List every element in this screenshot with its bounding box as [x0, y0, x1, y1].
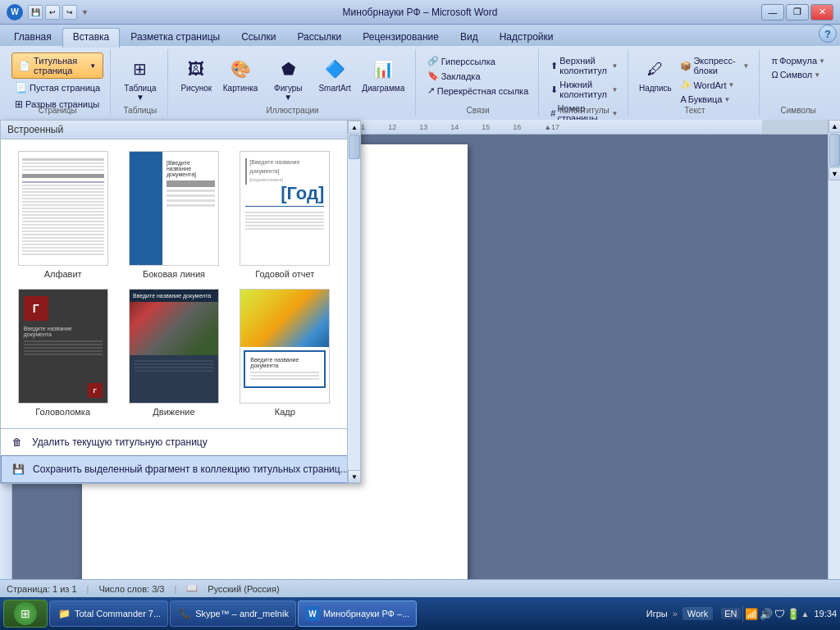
save-quick-btn[interactable]: 💾	[28, 5, 43, 20]
delete-titlepage-item[interactable]: 🗑 Удалить текущую титульную страницу	[1, 429, 360, 455]
textbox-label: Надпись	[639, 84, 672, 93]
bokovaya-content: [Введите названиедокумента]	[167, 160, 215, 209]
scroll-thumb[interactable]	[349, 135, 360, 159]
title-page-button[interactable]: 📄 Титульная страница ▼	[11, 52, 103, 79]
work-label[interactable]: Work	[682, 607, 713, 620]
template-bokovaya[interactable]: [Введите названиедокумента] Боковая лини…	[118, 146, 229, 284]
shapes-button[interactable]: ⬟ Фигуры ▼	[265, 52, 311, 105]
games-label[interactable]: Игры	[646, 609, 668, 619]
tray-volume-icon: 🔊	[760, 608, 773, 620]
scroll-down-btn[interactable]: ▼	[829, 167, 840, 180]
table-button[interactable]: ⊞ Таблица ▼	[119, 52, 161, 105]
formula-button[interactable]: π Формула ▼	[768, 54, 829, 67]
tab-references[interactable]: Ссылки	[231, 28, 286, 46]
pagenumber-arrow: ▼	[612, 110, 619, 117]
ribbon: Главная Вставка Разметка страницы Ссылки…	[0, 25, 840, 121]
template-thumb-dvizhenie: Введите название документа	[129, 289, 219, 404]
textbox-icon: 🖊	[642, 56, 669, 82]
tab-page-layout[interactable]: Разметка страницы	[120, 28, 231, 46]
template-dvizhenie[interactable]: Введите название документа Движение	[118, 284, 229, 422]
textbox-button[interactable]: 🖊 Надпись	[637, 52, 673, 96]
table-label: Таблица ▼	[124, 84, 156, 102]
skype-icon: 📞	[177, 606, 192, 621]
express-blocks-label: Экспресс-блоки	[693, 56, 741, 75]
tray-sep	[742, 605, 743, 622]
wordart-button[interactable]: ✨ WordArt ▼	[677, 78, 752, 92]
start-icon: ⊞	[14, 602, 37, 625]
smartart-button[interactable]: 🔷 SmartArt	[315, 52, 355, 96]
template-alfavit[interactable]: Алфавит	[7, 146, 118, 284]
dropdown-header-label: Встроенный	[7, 124, 63, 135]
start-button[interactable]: ⊞	[3, 600, 48, 628]
bokovaya-line	[167, 204, 215, 207]
chart-label: Диаграмма	[362, 84, 404, 93]
scroll-track[interactable]	[348, 134, 360, 470]
taskbar-skype[interactable]: 📞 Skype™ – andr_melnik	[170, 600, 296, 627]
dropdown-scrollbar[interactable]: ▲ ▼	[347, 121, 360, 483]
template-godovoy-name: Годовой отчет	[255, 269, 314, 279]
ribbon-group-headers: ⬆ Верхний колонтитул ▼ ⬇ Нижний колонтит…	[541, 49, 628, 116]
footer-arrow: ▼	[612, 86, 619, 94]
window-controls: — ❐ ✕	[761, 4, 833, 21]
tab-addins[interactable]: Надстройки	[489, 28, 564, 46]
quick-access-arrow[interactable]: ▼	[81, 8, 89, 16]
time-display: 19:34	[814, 609, 837, 619]
page-info: Страница: 1 из 1	[7, 584, 77, 594]
taskbar-totalcommander[interactable]: 📁 Total Commander 7...	[49, 600, 168, 627]
bokovaya-line	[167, 199, 215, 202]
tab-mailings[interactable]: Рассылки	[286, 28, 352, 46]
express-blocks-button[interactable]: 📦 Экспресс-блоки ▼	[677, 54, 752, 77]
header-button[interactable]: ⬆ Верхний колонтитул ▼	[547, 54, 621, 77]
bookmark-button[interactable]: 🔖 Закладка	[424, 69, 532, 83]
crossref-icon: ↗	[427, 85, 435, 96]
tab-home[interactable]: Главная	[3, 28, 62, 46]
maximize-button[interactable]: ❐	[786, 4, 809, 21]
formula-arrow: ▼	[819, 57, 825, 65]
help-button[interactable]: ?	[819, 25, 837, 43]
scroll-up-arrow[interactable]: ▲	[348, 121, 361, 134]
template-thumb-kadr: Введите названиедокумента	[240, 289, 330, 404]
scroll-down-arrow[interactable]: ▼	[348, 470, 361, 483]
links-group-label: Связи	[466, 106, 489, 115]
ribbon-group-links: 🔗 Гиперссылка 🔖 Закладка ↗ Перекрёстная …	[418, 49, 540, 116]
template-kadr[interactable]: Введите названиедокумента Кадр	[230, 284, 340, 422]
blank-page-button[interactable]: 📃 Пустая страница	[11, 80, 103, 95]
tab-view[interactable]: Вид	[450, 28, 489, 46]
title-page-icon: 📄	[19, 61, 30, 71]
vertical-scrollbar[interactable]: ▲ ▼	[828, 120, 840, 597]
dropdown-menu: 🗑 Удалить текущую титульную страницу 💾 С…	[1, 428, 360, 483]
template-golovolomka[interactable]: Г Введите названиедокумента Г Головоломк…	[7, 284, 118, 422]
template-thumb-godovoy: [Введите названиедокумента][подзаголовок…	[240, 151, 330, 266]
scroll-thumb-v[interactable]	[829, 134, 840, 167]
symbol-button[interactable]: Ω Символ ▼	[768, 68, 829, 81]
ribbon-group-tables: ⊞ Таблица ▼ Таблицы	[112, 49, 168, 116]
crossref-button[interactable]: ↗ Перекрёстная ссылка	[424, 84, 532, 98]
smartart-label: SmartArt	[318, 84, 350, 93]
tray-arrow-icon[interactable]: ▲	[801, 609, 810, 619]
skype-label: Skype™ – andr_melnik	[195, 609, 289, 619]
close-button[interactable]: ✕	[810, 4, 833, 21]
tab-insert[interactable]: Вставка	[62, 28, 121, 48]
tab-review[interactable]: Рецензирование	[352, 28, 450, 46]
hyperlink-button[interactable]: 🔗 Гиперссылка	[424, 54, 532, 68]
drop-cap-button[interactable]: A Буквица ▼	[677, 93, 752, 106]
formula-icon: π	[771, 56, 778, 66]
save-titlepage-item[interactable]: 💾 Сохранить выделенный фрагмент в коллек…	[1, 455, 360, 483]
minimize-button[interactable]: —	[761, 4, 784, 21]
lang-indicator[interactable]: EN	[721, 608, 740, 619]
tray-wifi-icon: 📶	[745, 608, 758, 620]
scroll-up-btn[interactable]: ▲	[829, 120, 840, 133]
ribbon-group-pages: 📄 Титульная страница ▼ 📃 Пустая страница…	[5, 49, 111, 116]
template-golovolomka-name: Головоломка	[35, 407, 90, 417]
taskbar-word[interactable]: W Минобрнауки РФ –...	[298, 600, 417, 627]
template-godovoy[interactable]: [Введите названиедокумента][подзаголовок…	[230, 146, 340, 284]
footer-button[interactable]: ⬇ Нижний колонтитул ▼	[547, 78, 621, 101]
undo-quick-btn[interactable]: ↩	[45, 5, 60, 20]
redo-quick-btn[interactable]: ↪	[62, 5, 77, 20]
ribbon-tabs: Главная Вставка Разметка страницы Ссылки…	[0, 25, 840, 46]
scroll-track-v[interactable]	[829, 134, 840, 167]
chart-button[interactable]: 📊 Диаграмма	[358, 52, 409, 96]
picture-button[interactable]: 🖼 Рисунок	[176, 52, 216, 96]
titlebar: W 💾 ↩ ↪ ▼ Минобрнауки РФ – Microsoft Wor…	[0, 0, 840, 25]
clipart-button[interactable]: 🎨 Картинка	[219, 52, 262, 96]
